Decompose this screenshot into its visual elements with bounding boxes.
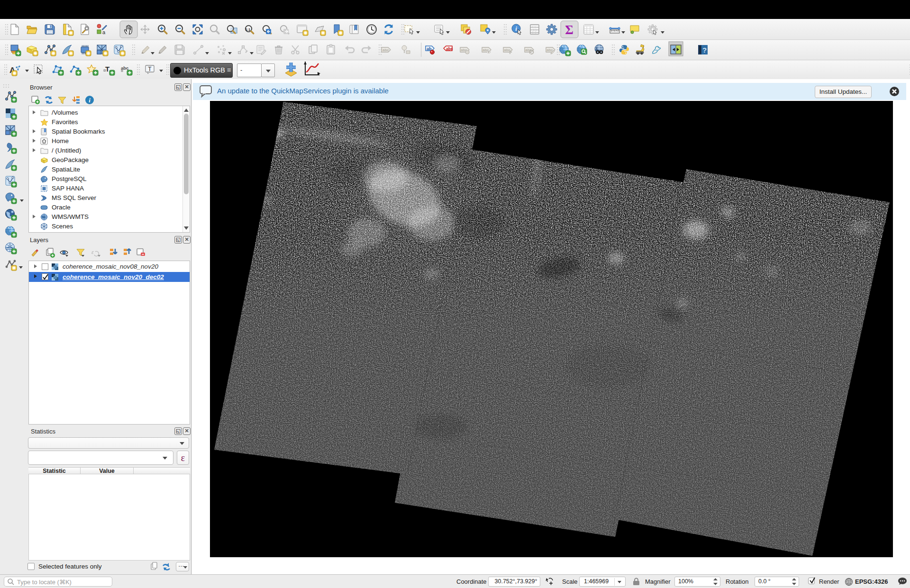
svg-text:Σ: Σ [565, 23, 573, 37]
svg-text:abc: abc [382, 48, 389, 52]
svg-text:a: a [102, 29, 106, 35]
svg-text:abc: abc [547, 48, 553, 52]
svg-text:abc: abc [446, 46, 453, 51]
svg-text:T: T [148, 66, 152, 72]
svg-text:T: T [105, 65, 109, 73]
svg-text:i: i [89, 97, 91, 104]
svg-text:1:1: 1:1 [246, 27, 251, 32]
svg-text:abc: abc [121, 65, 128, 71]
svg-text:i: i [515, 25, 517, 32]
svg-text:abc: abc [526, 48, 532, 52]
svg-text:abc: abc [504, 48, 510, 52]
svg-text:?: ? [702, 46, 707, 54]
svg-text:ε: ε [91, 248, 94, 255]
